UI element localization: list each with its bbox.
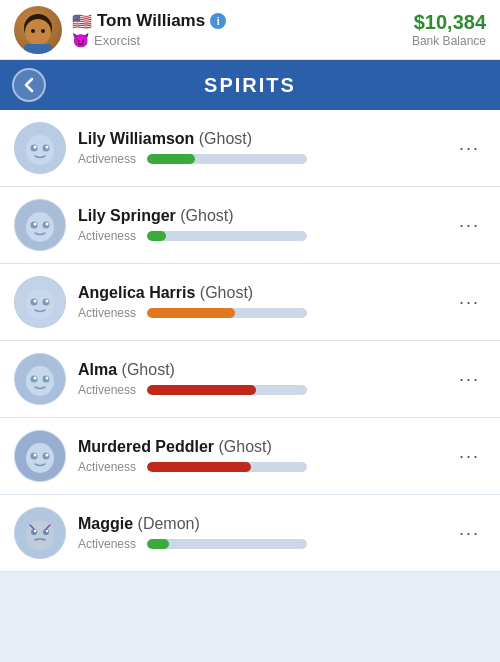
flag-icon: 🇺🇸 (72, 12, 92, 31)
back-arrow-icon (21, 77, 37, 93)
spirit-name: Lily Williamson (Ghost) (78, 130, 441, 148)
header-left: 🇺🇸 Tom Williams i 😈 Exorcist (14, 6, 226, 54)
section-header: SPIRITS (0, 60, 500, 110)
title-row: 🇺🇸 Tom Williams i (72, 11, 226, 31)
spirit-info: Maggie (Demon) Activeness (78, 515, 441, 551)
spirit-name: Lily Springer (Ghost) (78, 207, 441, 225)
activeness-label: Activeness (78, 152, 140, 166)
spirit-avatar (14, 353, 66, 405)
progress-bar-bg (147, 462, 307, 472)
svg-point-30 (26, 443, 54, 473)
list-item: Lily Springer (Ghost) Activeness ··· (0, 187, 500, 264)
more-options-button[interactable]: ··· (453, 288, 486, 317)
list-item: Maggie (Demon) Activeness ··· (0, 495, 500, 572)
activeness-label: Activeness (78, 460, 140, 474)
progress-bar-bg (147, 308, 307, 318)
spirit-name: Maggie (Demon) (78, 515, 441, 533)
devil-icon: 😈 (72, 32, 89, 48)
avatar (14, 6, 62, 54)
activeness-row: Activeness (78, 152, 441, 166)
back-button[interactable] (12, 68, 46, 102)
svg-point-16 (46, 223, 49, 226)
activeness-label: Activeness (78, 383, 140, 397)
activeness-row: Activeness (78, 383, 441, 397)
list-item: Angelica Harris (Ghost) Activeness ··· (0, 264, 500, 341)
bank-balance: $10,384 (412, 11, 486, 34)
header-right: $10,384 Bank Balance (412, 11, 486, 48)
activeness-row: Activeness (78, 229, 441, 243)
spirit-info: Lily Springer (Ghost) Activeness (78, 207, 441, 243)
svg-point-21 (34, 300, 37, 303)
activeness-label: Activeness (78, 537, 140, 551)
progress-bar-bg (147, 385, 307, 395)
more-options-button[interactable]: ··· (453, 365, 486, 394)
progress-bar-bg (147, 231, 307, 241)
svg-point-27 (34, 377, 37, 380)
more-options-button[interactable]: ··· (453, 519, 486, 548)
subtitle-row: 😈 Exorcist (72, 32, 226, 48)
progress-bar-bg (147, 154, 307, 164)
spirit-name: Murdered Peddler (Ghost) (78, 438, 441, 456)
svg-point-38 (43, 529, 49, 535)
bank-balance-label: Bank Balance (412, 34, 486, 48)
spirit-avatar (14, 430, 66, 482)
list-item: Murdered Peddler (Ghost) Activeness ··· (0, 418, 500, 495)
progress-bar-fill (147, 308, 235, 318)
activeness-row: Activeness (78, 460, 441, 474)
progress-bar-fill (147, 385, 256, 395)
player-role: Exorcist (94, 33, 140, 48)
svg-point-34 (46, 454, 49, 457)
activeness-label: Activeness (78, 306, 140, 320)
progress-bar-fill (147, 462, 251, 472)
svg-point-12 (26, 212, 54, 242)
progress-bar-fill (147, 539, 169, 549)
svg-point-9 (34, 146, 37, 149)
player-name: Tom Williams (97, 11, 205, 31)
list-item: Lily Williamson (Ghost) Activeness ··· (0, 110, 500, 187)
svg-point-15 (34, 223, 37, 226)
svg-point-1 (25, 19, 51, 45)
activeness-label: Activeness (78, 229, 140, 243)
svg-point-24 (26, 366, 54, 396)
spirit-info: Murdered Peddler (Ghost) Activeness (78, 438, 441, 474)
spirit-avatar (14, 199, 66, 251)
spirit-avatar (14, 276, 66, 328)
spirit-list: Lily Williamson (Ghost) Activeness ··· (0, 110, 500, 662)
more-options-button[interactable]: ··· (453, 211, 486, 240)
spirit-info: Angelica Harris (Ghost) Activeness (78, 284, 441, 320)
spirit-name: Alma (Ghost) (78, 361, 441, 379)
svg-point-22 (46, 300, 49, 303)
list-item: Alma (Ghost) Activeness ··· (0, 341, 500, 418)
svg-point-40 (46, 530, 48, 532)
progress-bar-bg (147, 539, 307, 549)
profile-header: 🇺🇸 Tom Williams i 😈 Exorcist $10,384 Ban… (0, 0, 500, 60)
spirit-avatar (14, 122, 66, 174)
spirit-avatar (14, 507, 66, 559)
svg-point-33 (34, 454, 37, 457)
svg-point-37 (31, 529, 37, 535)
spirit-info: Alma (Ghost) Activeness (78, 361, 441, 397)
avatar-icon (14, 6, 62, 54)
spirit-name: Angelica Harris (Ghost) (78, 284, 441, 302)
svg-point-28 (46, 377, 49, 380)
more-options-button[interactable]: ··· (453, 134, 486, 163)
svg-rect-4 (24, 44, 52, 54)
svg-point-39 (34, 530, 36, 532)
progress-bar-fill (147, 154, 195, 164)
name-block: 🇺🇸 Tom Williams i 😈 Exorcist (72, 11, 226, 48)
activeness-row: Activeness (78, 537, 441, 551)
svg-point-3 (41, 29, 45, 33)
svg-point-6 (26, 135, 54, 165)
spirit-info: Lily Williamson (Ghost) Activeness (78, 130, 441, 166)
svg-point-10 (46, 146, 49, 149)
progress-bar-fill (147, 231, 166, 241)
activeness-row: Activeness (78, 306, 441, 320)
info-icon[interactable]: i (210, 13, 226, 29)
svg-point-18 (26, 289, 54, 319)
svg-point-2 (31, 29, 35, 33)
more-options-button[interactable]: ··· (453, 442, 486, 471)
section-title: SPIRITS (204, 74, 296, 97)
